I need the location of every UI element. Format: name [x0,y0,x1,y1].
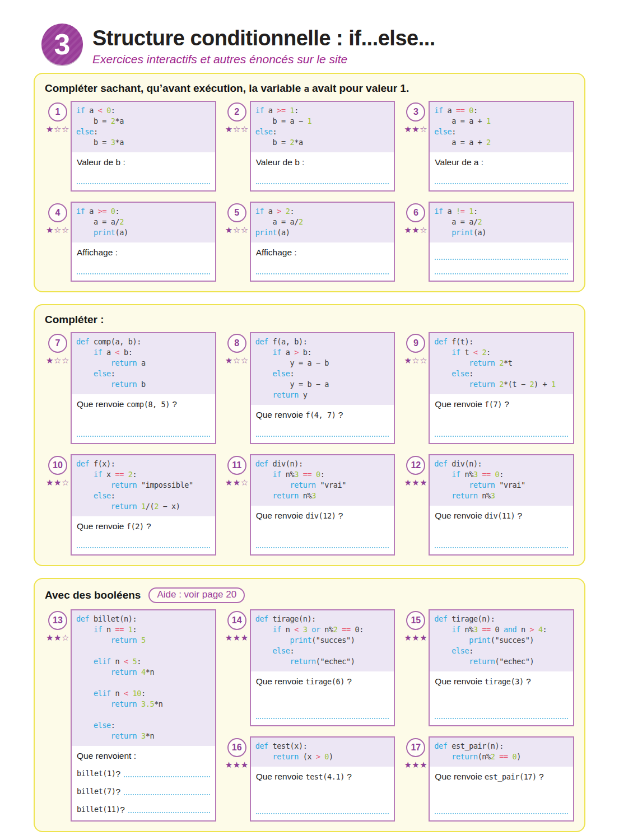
text-part: 1 [128,625,133,634]
text-part: return [469,358,495,367]
text-part: ? [515,511,522,520]
inline-code: billet(1) [77,768,116,780]
star-icon: ☆ [412,356,420,365]
text-part: (a) [277,228,290,237]
text-part: : [273,127,277,136]
exercise-box: def tirage(n): if n%3 == 0 and n > 4: pr… [429,609,574,726]
difficulty-stars: ★★★ [404,760,427,770]
exercise-box: def test(x): return (x > 0)Que renvoie t… [250,736,395,822]
text-part: test(x): [268,741,308,750]
question-area: Que renvoie f(7) ? [430,394,573,443]
code-line: else: [434,368,569,379]
exercise-number-badge: 3 [406,102,425,122]
text-part: 2 [128,470,133,479]
exercise-box: def div(n): if n%3 == 0: return "vrai" r… [250,454,395,556]
code-snippet: if a > 2: a = a/2print(a) [251,203,394,242]
text-part: else [452,646,469,655]
code-line: def tirage(n): [255,614,390,624]
exercise-number-badge: 17 [406,738,425,757]
star-icon: ★ [404,124,412,134]
star-icon: ☆ [233,124,241,134]
exercise: 7★☆☆def comp(a, b): if a < b: return a e… [45,332,216,444]
code-snippet: if a == 0: a = a + 1else: a = a + 2 [430,102,573,152]
text-part [76,369,94,378]
question-text: Que renvoie div(12) ? [256,510,389,522]
code-line: else: [255,646,390,656]
text-part: else [94,369,111,378]
text-part: : [452,127,456,136]
difficulty-stars: ★☆☆ [404,356,427,366]
exercise: 10★★☆def f(x): if x == 2: return "imposs… [45,454,216,556]
exercise-gutter: 9★☆☆ [403,332,429,444]
text-part: if [434,106,443,115]
text-part: == [303,470,311,479]
code-line: if a < b: [76,347,211,358]
text-part [255,625,273,634]
text-part: 2 [154,502,159,511]
answer-line [256,811,389,814]
code-line: return b [76,379,211,390]
text-part: return [111,731,137,740]
question-area: Affichage : [72,242,215,281]
text-part: n% [320,625,333,634]
text-part: a = a + [434,138,486,147]
text-part: 1 [469,207,473,216]
inline-code: f(4, 7) [305,410,336,419]
text-part: a [102,348,115,357]
text-part: n% [460,470,473,479]
text-part: ? [336,511,343,520]
exercise-gutter: 2★☆☆ [224,101,250,192]
difficulty-stars: ★★☆ [404,225,427,235]
text-part [434,646,452,655]
code-line: a = a + 2 [434,137,569,148]
text-part [534,625,538,634]
text-part: return [290,657,315,666]
text-part: : [294,106,299,115]
exercise-gutter: 8★☆☆ [224,332,250,444]
text-part: comp(a, b): [89,337,141,346]
exercise-gutter: 14★★★ [224,609,250,726]
text-part: == [456,106,464,115]
question-area [430,242,573,281]
inline-code: div(12) [305,511,336,520]
text-part: n [516,625,529,634]
exercise-gutter: 17★★★ [403,736,429,822]
text-part [255,752,273,761]
text-part: return [111,668,137,676]
text-part: else [452,369,469,378]
text-part: == [115,625,124,634]
text-part: Valeur de b : [77,157,125,167]
text-part: ? [116,768,121,780]
text-part: 0 [106,106,111,115]
code-line: b = 2*a [255,137,390,148]
difficulty-stars: ★★★ [225,633,249,643]
answer-line [256,181,389,184]
star-icon: ☆ [241,124,249,134]
star-icon: ☆ [62,124,69,134]
text-part: n [281,625,294,634]
text-part: y [299,390,307,399]
code-line: def est_pair(n): [434,741,569,752]
text-part: if [76,106,85,115]
star-icon: ★ [46,124,54,134]
question-area: Que renvoie tirage(3) ? [430,671,573,725]
text-part: 3.5 [141,699,154,708]
text-part: Valeur de b : [256,157,305,167]
text-part [76,470,94,479]
exercise: 5★☆☆if a > 2: a = a/2print(a)Affichage : [224,202,395,282]
text-part: (a) [115,228,128,237]
code-line: def comp(a, b): [76,337,211,347]
text-part: def [76,614,89,623]
text-part: ( [491,636,495,645]
text-part: : [141,689,146,698]
exercise-number-badge: 8 [227,334,246,353]
exercise: 3★★☆if a == 0: a = a + 1else: a = a + 2V… [403,101,574,192]
exercise-number-badge: 2 [227,102,246,122]
text-part: >= [98,207,106,216]
help-badge: Aide : voir page 20 [148,587,245,603]
exercise-gutter: 5★☆☆ [224,202,250,282]
code-line: return (x > 0) [255,752,390,762]
text-part: else [434,127,452,136]
exercise-number-badge: 16 [227,738,246,757]
text-part [316,480,320,489]
